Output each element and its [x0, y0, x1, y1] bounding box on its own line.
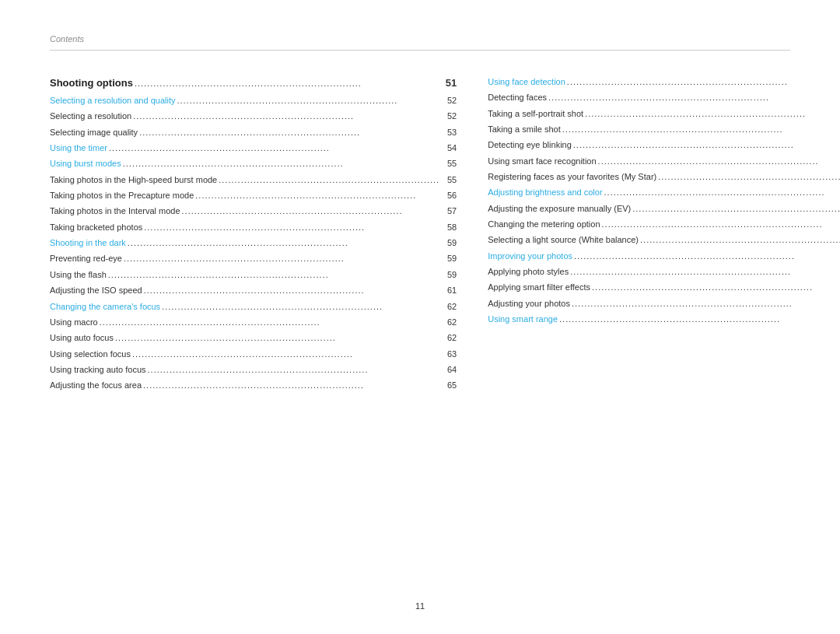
right-entries: Using face detection ...................…: [488, 74, 840, 328]
entry-page: 53: [441, 124, 457, 140]
entry-dots: ........................................…: [573, 137, 840, 152]
entry-text: Selecting image quality: [50, 124, 138, 140]
entry-page: 62: [441, 330, 457, 345]
entry-text: Adjusting the exposure manually (EV): [488, 201, 631, 216]
list-item: Selecting a resolution and quality .....…: [50, 93, 457, 108]
list-item: Using macro ............................…: [50, 314, 457, 330]
entry-text: Taking a self-portrait shot: [488, 106, 583, 121]
section-title-page: 51: [441, 74, 457, 93]
entry-text: Using face detection: [488, 74, 565, 89]
entry-dots: ........................................…: [640, 232, 840, 247]
entry-text: Using macro: [50, 314, 98, 330]
left-column: Shooting options .......................…: [50, 74, 457, 394]
entry-page: 62: [441, 314, 457, 330]
entry-page: 62: [441, 299, 457, 314]
list-item: Adjusting your photos ..................…: [488, 296, 840, 311]
entry-dots: ........................................…: [562, 121, 840, 137]
entry-text: Improving your photos: [488, 248, 572, 264]
entry-text: Using the flash: [50, 267, 107, 282]
entry-dots: ........................................…: [108, 267, 439, 282]
list-item: Adjusting the exposure manually (EV) ...…: [488, 201, 840, 216]
list-item: Applying photo styles ..................…: [488, 264, 840, 279]
entry-text: Taking photos in the High-speed burst mo…: [50, 172, 217, 187]
entry-text: Shooting in the dark: [50, 235, 126, 250]
list-item: Taking bracketed photos ................…: [50, 219, 457, 235]
list-item: Using the timer ........................…: [50, 140, 457, 156]
list-item: Selecting a light source (White balance)…: [488, 232, 840, 247]
entry-text: Adjusting brightness and color: [488, 184, 602, 200]
entry-dots: ........................................…: [592, 279, 840, 295]
list-item: Adjusting brightness and color .........…: [488, 184, 840, 200]
entry-text: Using selection focus: [50, 346, 131, 362]
entry-dots: ........................................…: [148, 362, 440, 377]
entry-text: Adjusting the ISO speed: [50, 282, 142, 298]
entry-dots: ........................................…: [132, 346, 439, 362]
entry-page: 55: [441, 172, 457, 187]
entry-text: Using auto focus: [50, 330, 114, 345]
entry-text: Selecting a resolution: [50, 108, 131, 124]
entry-dots: ........................................…: [604, 184, 840, 200]
entry-page: 59: [441, 250, 457, 266]
list-item: Selecting image quality ................…: [50, 124, 457, 140]
entry-page: 57: [441, 203, 457, 219]
list-item: Using smart range ......................…: [488, 311, 840, 327]
entry-dots: ........................................…: [585, 106, 840, 121]
entry-dots: ........................................…: [195, 187, 439, 203]
list-item: Taking a smile shot ....................…: [488, 121, 840, 137]
entry-text: Adjusting your photos: [488, 296, 570, 311]
entry-text: Taking photos in the Interval mode: [50, 203, 180, 219]
entry-page: 58: [441, 219, 457, 235]
entry-page: 52: [441, 108, 457, 124]
entry-dots: ........................................…: [143, 377, 439, 393]
list-item: Using burst modes ......................…: [50, 156, 457, 171]
entry-text: Changing the camera's focus: [50, 299, 160, 314]
entry-text: Using burst modes: [50, 156, 121, 171]
entry-page: 59: [441, 235, 457, 250]
entry-dots: ........................................…: [128, 235, 439, 250]
entry-dots: ........................................…: [559, 311, 840, 327]
list-item: Changing the camera's focus ............…: [50, 299, 457, 314]
content: Shooting options .......................…: [50, 74, 790, 394]
header: Contents: [50, 31, 790, 51]
entry-text: Preventing red-eye: [50, 250, 122, 266]
entry-page: 61: [441, 282, 457, 298]
entry-text: Changing the metering option: [488, 216, 600, 232]
entry-dots: ........................................…: [124, 250, 439, 266]
entry-page: 55: [441, 156, 457, 171]
entry-text: Detecting faces: [488, 89, 547, 105]
page-number: 11: [415, 601, 425, 611]
entry-text: Using tracking auto focus: [50, 362, 146, 377]
entry-page: 63: [441, 346, 457, 362]
entry-text: Using the timer: [50, 140, 107, 156]
list-item: Improving your photos ..................…: [488, 248, 840, 264]
entry-text: Applying photo styles: [488, 264, 569, 279]
entry-dots: ........................................…: [123, 156, 439, 171]
entry-dots: ........................................…: [658, 169, 840, 184]
list-item: Taking photos in the Precapture mode ...…: [50, 187, 457, 203]
entry-dots: ........................................…: [598, 153, 840, 169]
header-title: Contents: [50, 34, 84, 44]
list-item: Preventing red-eye .....................…: [50, 250, 457, 266]
entry-dots: ........................................…: [115, 330, 439, 345]
section-title-row: Shooting options .......................…: [50, 74, 457, 93]
entry-dots: ........................................…: [133, 108, 439, 124]
entry-dots: ........................................…: [144, 219, 439, 235]
entry-dots: ........................................…: [632, 201, 840, 216]
entry-text: Taking photos in the Precapture mode: [50, 187, 194, 203]
left-entries: Selecting a resolution and quality .....…: [50, 93, 457, 394]
entry-dots: ........................................…: [219, 172, 439, 187]
entry-text: Adjusting the focus area: [50, 377, 142, 393]
section-title-text: Shooting options: [50, 74, 133, 93]
page: Contents Shooting options ..............…: [0, 0, 840, 634]
list-item: Selecting a resolution .................…: [50, 108, 457, 124]
list-item: Adjusting the ISO speed ................…: [50, 282, 457, 298]
list-item: Using selection focus ..................…: [50, 346, 457, 362]
list-item: Using tracking auto focus ..............…: [50, 362, 457, 377]
list-item: Taking photos in the High-speed burst mo…: [50, 172, 457, 187]
entry-text: Selecting a resolution and quality: [50, 93, 175, 108]
list-item: Adjusting the focus area ...............…: [50, 377, 457, 393]
list-item: Using face detection ...................…: [488, 74, 840, 89]
entry-page: 52: [441, 93, 457, 108]
entry-dots: ........................................…: [602, 216, 840, 232]
section-title-dots: ........................................…: [135, 75, 439, 91]
